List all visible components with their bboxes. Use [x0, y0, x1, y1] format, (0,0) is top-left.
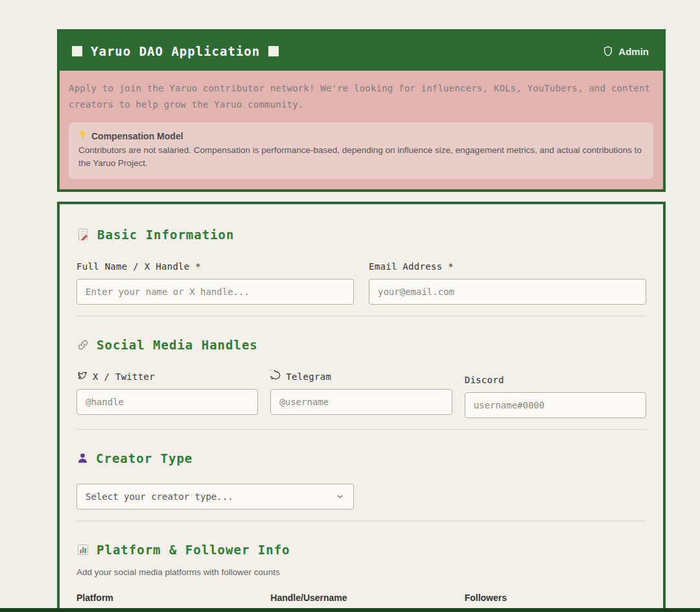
admin-label: Admin [618, 46, 649, 57]
email-label: Email Address * [369, 260, 646, 273]
lightbulb-icon [78, 130, 87, 142]
twitter-label-text: X / Twitter [93, 371, 155, 382]
white-square-icon [268, 46, 279, 56]
chevron-down-icon [336, 492, 345, 501]
page-content: Yaruo DAO Application Admin Apply to joi… [57, 29, 666, 612]
memo-icon [76, 228, 90, 241]
section-divider [76, 521, 646, 521]
bar-chart-icon [76, 543, 89, 556]
discord-field-group: Discord [465, 373, 646, 418]
app-title-text: Yaruo DAO Application [91, 44, 260, 58]
compensation-title-text: Compensation Model [91, 131, 183, 141]
full-name-input[interactable] [76, 279, 354, 305]
discord-username-input[interactable] [465, 392, 646, 418]
notice-body: Apply to join the Yaruo contributor netw… [60, 71, 663, 189]
white-square-icon [72, 46, 82, 56]
email-field-group: Email Address * [369, 260, 646, 305]
compensation-title: Compensation Model [78, 130, 644, 142]
discord-label: Discord [465, 373, 646, 386]
handle-column-label: Handle/Username [270, 593, 452, 603]
twitter-field-group: X / Twitter [76, 370, 258, 415]
section-heading-text: Social Media Handles [97, 338, 258, 352]
creator-type-select[interactable]: Select your creator type... [76, 484, 354, 510]
compensation-box: Compensation Model Contributors are not … [69, 123, 653, 179]
app-title: Yaruo DAO Application [72, 44, 279, 58]
speech-bubble-icon [270, 370, 281, 383]
person-icon [76, 452, 89, 464]
section-divider [76, 429, 646, 430]
platform-column-label: Platform [76, 593, 258, 603]
section-heading-text: Platform & Follower Info [97, 543, 290, 557]
followers-column-label: Followers [465, 593, 646, 603]
section-heading-basic-info: Basic Information [76, 228, 646, 242]
twitter-label: X / Twitter [76, 370, 258, 383]
section-heading-text: Basic Information [97, 228, 234, 242]
admin-button[interactable]: Admin [603, 45, 649, 57]
telegram-label: Telegram [270, 370, 452, 383]
telegram-label-text: Telegram [286, 371, 331, 382]
full-name-field-group: Full Name / X Handle * [76, 260, 354, 305]
window-bottom-edge [0, 608, 700, 612]
section-heading-text: Creator Type [96, 451, 192, 465]
application-form-card: Basic Information Full Name / X Handle *… [57, 202, 666, 612]
notice-card: Yaruo DAO Application Admin Apply to joi… [57, 29, 666, 192]
app-header: Yaruo DAO Application Admin [60, 32, 663, 71]
section-heading-social: Social Media Handles [76, 338, 646, 352]
bird-icon [76, 371, 88, 383]
notice-intro-text: Apply to join the Yaruo contributor netw… [69, 80, 653, 112]
link-icon [76, 338, 89, 351]
telegram-username-input[interactable] [270, 389, 452, 415]
compensation-body-text: Contributors are not salaried. Compensat… [78, 144, 644, 171]
section-heading-creator-type: Creator Type [76, 451, 646, 465]
creator-type-select-value: Select your creator type... [86, 491, 233, 502]
full-name-label: Full Name / X Handle * [76, 260, 354, 273]
section-divider [76, 316, 646, 316]
section-heading-platform-info: Platform & Follower Info [76, 543, 646, 557]
email-input[interactable] [369, 279, 646, 305]
telegram-field-group: Telegram [270, 370, 452, 415]
shield-icon [603, 45, 613, 57]
platform-info-subtitle: Add your social media platforms with fol… [76, 567, 646, 577]
twitter-handle-input[interactable] [76, 389, 258, 415]
